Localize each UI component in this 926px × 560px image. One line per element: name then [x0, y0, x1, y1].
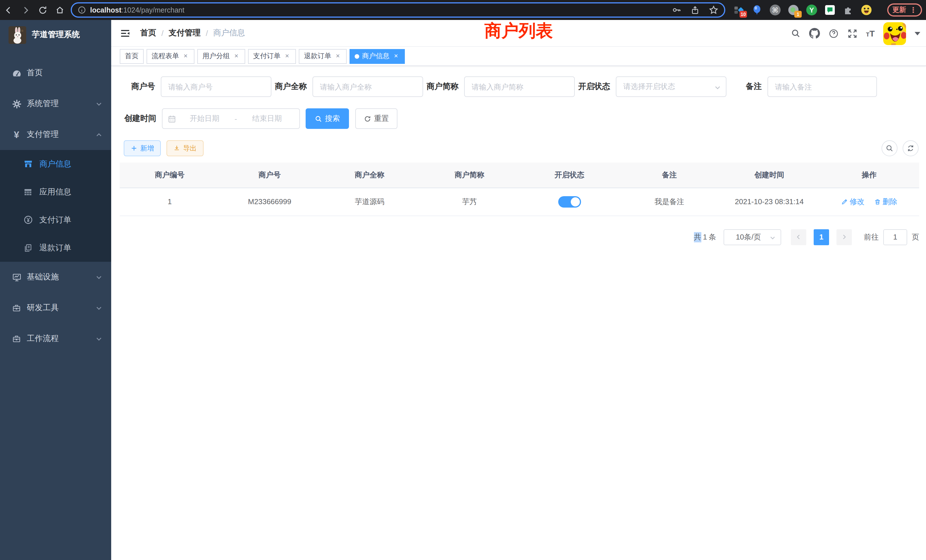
status-select[interactable]: 请选择开启状态	[616, 76, 726, 97]
browser-back-icon[interactable]	[0, 2, 17, 18]
extension-y-icon[interactable]: Y	[806, 5, 817, 15]
chevron-down-icon	[714, 85, 721, 91]
remark-input[interactable]	[767, 76, 877, 97]
tags-view-bar: 首页 流程表单 用户分组 支付订单 退款订单	[111, 47, 926, 66]
tag-user-group[interactable]: 用户分组	[197, 49, 245, 64]
password-key-icon[interactable]	[672, 5, 681, 15]
close-icon[interactable]	[182, 53, 189, 60]
full-name-input[interactable]	[312, 76, 423, 97]
full-name-label: 商户全称	[271, 82, 312, 92]
documents-icon	[21, 243, 35, 252]
refresh-button[interactable]	[903, 140, 918, 156]
sidebar-item-refund-order[interactable]: 退款订单	[0, 234, 111, 262]
sidebar-item-infra[interactable]: 基础设施	[0, 262, 111, 292]
remark-label: 备注	[726, 82, 767, 92]
close-icon[interactable]	[283, 53, 291, 60]
sidebar-item-pay-order[interactable]: 支付订单	[0, 206, 111, 234]
sidebar: 芋道管理系统 首页	[0, 20, 111, 560]
header-search-icon[interactable]	[791, 29, 800, 38]
tag-refund-order[interactable]: 退款订单	[299, 49, 346, 64]
sidebar-item-merchant-info[interactable]: 商户信息	[0, 150, 111, 178]
extension-command-icon[interactable]: ⌘	[770, 5, 781, 15]
bookmark-star-icon[interactable]	[709, 5, 719, 15]
browser-forward-icon[interactable]	[17, 2, 34, 18]
prev-page-button[interactable]	[791, 229, 806, 245]
sidebar-item-app-info[interactable]: 应用信息	[0, 178, 111, 206]
breadcrumb-separator	[161, 29, 163, 38]
github-icon[interactable]	[809, 28, 820, 39]
browser-home-icon[interactable]	[51, 2, 68, 18]
search-button[interactable]: 搜索	[306, 108, 349, 129]
breadcrumb-home[interactable]: 首页	[140, 28, 156, 38]
date-start-placeholder: 开始日期	[177, 114, 232, 124]
close-icon[interactable]	[233, 53, 240, 60]
extension-balloon-icon[interactable]	[752, 5, 763, 15]
browser-update-button[interactable]: 更新 ⋮	[887, 3, 922, 17]
next-page-button[interactable]	[837, 229, 852, 245]
col-merchant-id: 商户编号	[120, 162, 220, 188]
sidebar-item-pay[interactable]: ¥ 支付管理	[0, 119, 111, 150]
app-logo-row[interactable]: 芋道管理系统	[0, 20, 111, 50]
short-name-input[interactable]	[464, 76, 575, 97]
merchant-no-input[interactable]	[161, 76, 271, 97]
chevron-down-icon	[96, 101, 102, 107]
user-avatar[interactable]	[883, 22, 906, 45]
create-time-range-picker[interactable]: 开始日期 - 结束日期	[162, 108, 300, 129]
extensions-puzzle-icon[interactable]	[843, 5, 853, 15]
share-icon[interactable]	[690, 5, 700, 15]
sidebar-item-home[interactable]: 首页	[0, 58, 111, 88]
chevron-down-icon	[770, 235, 775, 241]
address-bar[interactable]: localhost:1024/pay/merchant	[71, 2, 725, 18]
sidebar-item-dev-tools[interactable]: 研发工具	[0, 292, 111, 323]
site-info-icon[interactable]	[77, 6, 86, 14]
avatar-caret-down-icon[interactable]	[915, 32, 920, 35]
reset-button[interactable]: 重置	[355, 108, 398, 129]
monitor-chart-icon	[10, 272, 23, 282]
goto-page-input[interactable]	[883, 229, 907, 245]
sidebar-item-workflow[interactable]: 工作流程	[0, 323, 111, 354]
status-label: 开启状态	[575, 82, 616, 92]
breadcrumb-pay[interactable]: 支付管理	[169, 28, 201, 38]
breadcrumb: 首页 支付管理 商户信息	[140, 28, 245, 38]
browser-menu-kebab-icon[interactable]: ⋮	[909, 7, 917, 13]
sidebar-item-system[interactable]: 系统管理	[0, 88, 111, 119]
chevron-down-icon	[96, 336, 102, 342]
goto-label: 前往	[864, 232, 879, 242]
short-name-label: 商户简称	[423, 82, 464, 92]
status-toggle[interactable]	[558, 196, 581, 207]
font-size-icon[interactable]: TT	[866, 29, 875, 38]
col-remark: 备注	[619, 162, 720, 188]
sidebar-fold-icon[interactable]	[120, 28, 130, 38]
calendar-icon	[168, 114, 176, 123]
edit-link[interactable]: 修改	[841, 197, 864, 207]
fullscreen-icon[interactable]	[847, 28, 857, 38]
browser-reload-icon[interactable]	[34, 2, 51, 18]
close-icon[interactable]	[392, 53, 400, 60]
extension-tag-icon[interactable]: 10	[733, 5, 744, 15]
yen-circle-icon	[21, 215, 35, 225]
delete-link[interactable]: 删除	[874, 197, 897, 207]
breadcrumb-current: 商户信息	[213, 28, 245, 38]
extension-chat-icon[interactable]	[825, 5, 835, 15]
tag-pay-order[interactable]: 支付订单	[248, 49, 296, 64]
tag-process-form[interactable]: 流程表单	[147, 49, 194, 64]
page-number-1[interactable]: 1	[814, 229, 829, 245]
close-icon[interactable]	[334, 53, 342, 60]
chevron-up-icon	[96, 132, 102, 138]
browser-profile-avatar[interactable]	[861, 5, 872, 15]
pagination: 共 1 条 10条/页 1	[120, 229, 919, 245]
export-button[interactable]: 导出	[166, 140, 204, 156]
toggle-search-button[interactable]	[882, 140, 897, 156]
page-size-select[interactable]: 10条/页	[723, 229, 781, 245]
cell-merchant-id: 1	[120, 188, 220, 216]
yen-icon: ¥	[10, 130, 23, 139]
add-button[interactable]: 新增	[124, 140, 161, 156]
help-icon[interactable]	[828, 28, 838, 38]
app-title: 芋道管理系统	[32, 30, 80, 40]
annotation-merchant-list: 商户列表	[484, 20, 553, 43]
cell-short-name: 芋艿	[420, 188, 520, 216]
tag-home[interactable]: 首页	[120, 49, 144, 64]
extension-recorder-icon[interactable]: 1	[788, 5, 799, 15]
tag-merchant-info[interactable]: 商户信息	[350, 49, 405, 64]
merchant-table: 商户编号 商户号 商户全称 商户简称 开启状态 备注 创建时间 操作 1	[120, 162, 919, 216]
